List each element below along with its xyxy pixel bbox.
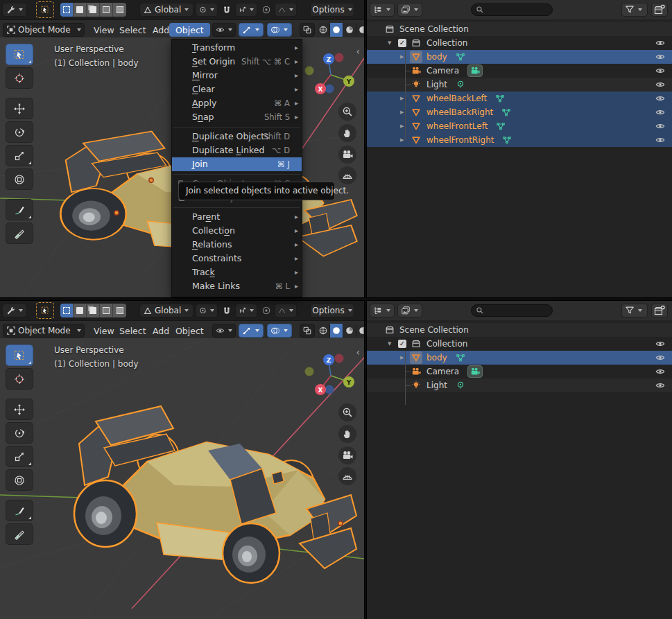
row-collection[interactable]: ▼ ✓ Collection <box>367 337 672 351</box>
filter-dropdown[interactable] <box>621 304 648 317</box>
filter-dropdown[interactable] <box>621 3 648 17</box>
xray-toggle[interactable] <box>300 23 315 37</box>
tool-measure[interactable] <box>6 523 33 545</box>
shading-solid[interactable] <box>330 324 343 338</box>
hide-toggle[interactable] <box>655 367 665 376</box>
disclosure-open-icon[interactable]: ▼ <box>388 40 391 46</box>
disclosure-closed-icon[interactable]: ▶ <box>400 54 404 60</box>
object-visibility-dropdown[interactable] <box>212 324 236 338</box>
options-dropdown[interactable]: Options <box>310 3 354 17</box>
proportional-falloff-dropdown[interactable] <box>275 3 297 17</box>
menu-item-clear[interactable]: Clear▸ <box>172 82 302 96</box>
row-wheelbackleft[interactable]: ▶ wheelBackLeft <box>367 91 672 105</box>
menu-item-make-links[interactable]: Make Links⌘ L▸ <box>172 279 302 293</box>
tool-select-box[interactable] <box>6 345 33 366</box>
menu-object[interactable]: Object <box>169 23 210 37</box>
menu-item-set-origin[interactable]: Set OriginShift ⌥ ⌘ C▸ <box>172 55 302 69</box>
active-tool-button[interactable] <box>36 1 54 18</box>
disclosure-closed-icon[interactable]: ▶ <box>400 123 404 129</box>
select-mode-new[interactable] <box>60 304 74 317</box>
shading-wireframe[interactable] <box>317 324 330 338</box>
hide-toggle[interactable] <box>655 381 665 390</box>
menu-item-duplicate-linked[interactable]: Duplicate Linked⌥ D <box>172 143 302 157</box>
snap-toggle[interactable] <box>220 3 234 17</box>
tool-rotate[interactable] <box>6 422 33 444</box>
tool-measure[interactable] <box>6 223 33 244</box>
row-wheelbackright[interactable]: ▶ wheelBackRight <box>367 105 672 119</box>
hide-toggle[interactable] <box>655 107 665 117</box>
hide-toggle[interactable] <box>655 80 665 89</box>
navigation-gizmo[interactable]: Z Y X <box>305 354 355 396</box>
pivot-point-dropdown[interactable] <box>196 304 218 317</box>
tool-annotate[interactable] <box>6 500 33 521</box>
row-wheelfrontleft[interactable]: ▶ wheelFrontLeft <box>367 119 672 133</box>
tool-settings-editor-type-dropdown[interactable] <box>2 304 27 317</box>
outliner-search-input[interactable] <box>471 3 553 16</box>
navigation-gizmo[interactable]: Z Y X <box>305 53 355 95</box>
zoom-button[interactable] <box>338 403 356 421</box>
new-collection-button[interactable] <box>651 304 668 317</box>
tool-cursor[interactable] <box>6 368 33 390</box>
shading-rendered[interactable] <box>356 324 364 338</box>
menu-item-relations[interactable]: Relations▸ <box>172 238 302 252</box>
disclosure-open-icon[interactable]: ▼ <box>388 341 391 347</box>
menu-item-collection[interactable]: Collection▸ <box>172 224 302 238</box>
menu-item-constraints[interactable]: Constraints▸ <box>172 252 302 265</box>
tool-move[interactable] <box>6 98 33 119</box>
gizmos-dropdown[interactable] <box>239 23 264 37</box>
hide-toggle[interactable] <box>655 38 665 48</box>
row-light[interactable]: Light <box>367 78 672 91</box>
shading-solid[interactable] <box>330 23 343 37</box>
menu-item-mirror[interactable]: Mirror▸ <box>172 69 302 82</box>
zoom-button[interactable] <box>338 103 356 121</box>
menu-item-apply[interactable]: Apply⌘ A▸ <box>172 96 302 110</box>
disclosure-closed-icon[interactable]: ▶ <box>400 110 404 115</box>
proportional-falloff-dropdown[interactable] <box>275 304 297 317</box>
row-camera[interactable]: Camera <box>367 365 672 378</box>
tool-scale[interactable] <box>6 145 33 166</box>
proportional-editing-toggle[interactable] <box>259 3 273 17</box>
menu-item-transform[interactable]: Transform▸ <box>172 41 302 55</box>
hide-toggle[interactable] <box>655 121 665 131</box>
select-mode-extend[interactable] <box>74 304 87 317</box>
tool-transform[interactable] <box>6 168 33 190</box>
menu-item-duplicate-objects[interactable]: Duplicate ObjectsShift D <box>172 130 302 143</box>
snap-settings-dropdown[interactable] <box>235 304 257 317</box>
outliner-editor-type-dropdown[interactable] <box>370 3 395 17</box>
overlays-dropdown[interactable] <box>267 23 292 37</box>
select-mode-invert[interactable] <box>100 3 113 17</box>
transform-orientation-dropdown[interactable]: Global <box>139 3 193 17</box>
menu-item-snap[interactable]: SnapShift S▸ <box>172 110 302 124</box>
menu-item-parent[interactable]: Parent▸ <box>172 210 302 224</box>
row-scene-collection[interactable]: Scene Collection <box>367 323 672 337</box>
shading-material[interactable] <box>343 324 356 338</box>
hide-toggle[interactable] <box>655 353 665 363</box>
select-mode-intersect[interactable] <box>113 3 126 17</box>
transform-orientation-dropdown[interactable]: Global <box>139 304 193 317</box>
tool-settings-editor-type-dropdown[interactable] <box>2 3 27 17</box>
shading-wireframe[interactable] <box>317 23 330 37</box>
mode-dropdown[interactable]: Object Mode <box>3 23 85 37</box>
row-scene-collection[interactable]: Scene Collection <box>367 22 672 36</box>
sidebar-toggle-icon[interactable]: ‹ <box>356 47 360 55</box>
disclosure-closed-icon[interactable]: ▶ <box>400 355 404 360</box>
tool-cursor[interactable] <box>6 67 33 89</box>
row-body[interactable]: ▶ body <box>367 50 672 64</box>
pivot-point-dropdown[interactable] <box>196 3 218 17</box>
disclosure-closed-icon[interactable]: ▶ <box>400 96 404 101</box>
snap-toggle[interactable] <box>220 304 234 317</box>
tool-annotate[interactable] <box>6 199 33 220</box>
hide-toggle[interactable] <box>655 135 665 145</box>
sidebar-toggle-icon[interactable]: ‹ <box>356 348 360 356</box>
row-camera[interactable]: Camera <box>367 64 672 78</box>
collection-checkbox[interactable]: ✓ <box>398 39 406 47</box>
snap-settings-dropdown[interactable] <box>235 3 257 17</box>
new-collection-button[interactable] <box>651 3 668 17</box>
hide-toggle[interactable] <box>655 339 665 349</box>
tool-transform[interactable] <box>6 469 33 491</box>
row-collection[interactable]: ▼ ✓ Collection <box>367 36 672 50</box>
disclosure-closed-icon[interactable]: ▶ <box>400 137 404 143</box>
viewport-canvas-bottom[interactable]: Z Y X User Perspective (1) Collection | … <box>0 338 364 619</box>
collection-checkbox[interactable]: ✓ <box>398 340 406 348</box>
outliner-editor-type-dropdown[interactable] <box>370 304 395 317</box>
